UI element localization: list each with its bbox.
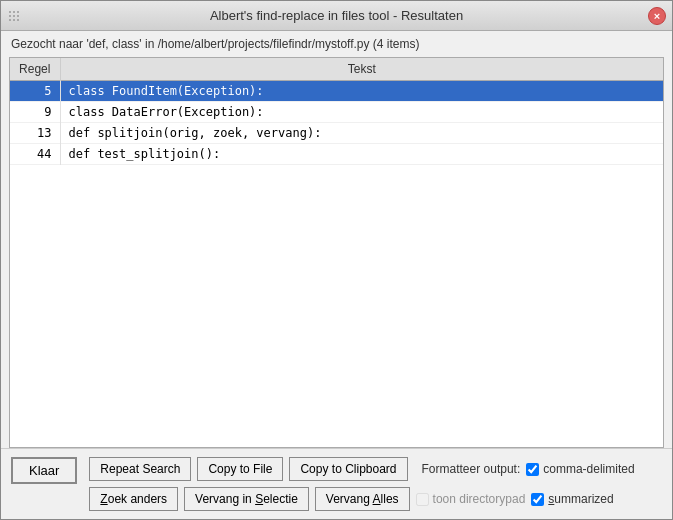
cell-regel: 9: [10, 102, 60, 123]
table-row[interactable]: 5class FoundItem(Exception):: [10, 81, 663, 102]
header-tekst: Tekst: [60, 58, 663, 81]
cell-regel: 13: [10, 123, 60, 144]
vervang-alles-button[interactable]: Vervang Alles: [315, 487, 410, 511]
cell-tekst: def test_splitjoin():: [60, 144, 663, 165]
vervang-alles-text: Vervang: [326, 492, 373, 506]
copy-to-clipboard-button[interactable]: Copy to Clipboard: [289, 457, 407, 481]
comma-delimited-checkbox[interactable]: [526, 463, 539, 476]
summarized-text: ummarized: [554, 492, 613, 506]
klaar-button[interactable]: Klaar: [11, 457, 77, 484]
search-info: Gezocht naar 'def, class' in /home/alber…: [1, 31, 672, 57]
footer: Klaar Repeat Search Copy to File Copy to…: [1, 448, 672, 519]
copy-to-file-button[interactable]: Copy to File: [197, 457, 283, 481]
cell-regel: 5: [10, 81, 60, 102]
cell-tekst: class FoundItem(Exception):: [60, 81, 663, 102]
window-title: Albert's find-replace in files tool - Re…: [210, 8, 463, 23]
comma-delimited-label: comma-delimited: [543, 462, 634, 476]
results-table: Regel Tekst 5class FoundItem(Exception):…: [10, 58, 663, 165]
summarized-checkbox[interactable]: [531, 493, 544, 506]
repeat-search-button[interactable]: Repeat Search: [89, 457, 191, 481]
toon-directorypad-checkbox[interactable]: [416, 493, 429, 506]
cell-regel: 44: [10, 144, 60, 165]
zoek-anders-button[interactable]: Zoek anders: [89, 487, 178, 511]
vervang-selectie-button[interactable]: Vervang in Selectie: [184, 487, 309, 511]
summarized-label: summarized: [548, 492, 613, 506]
checkbox-summarized: summarized: [531, 492, 613, 506]
checkbox-comma-delimited: comma-delimited: [526, 462, 634, 476]
table-row[interactable]: 9class DataError(Exception):: [10, 102, 663, 123]
vervang-selectie-text: Vervang in: [195, 492, 255, 506]
vervang-alles-text2: lles: [381, 492, 399, 506]
vervang-selectie-u: S: [255, 492, 263, 506]
table-row[interactable]: 13def splitjoin(orig, zoek, vervang):: [10, 123, 663, 144]
main-window: Albert's find-replace in files tool - Re…: [0, 0, 673, 520]
table-row[interactable]: 44def test_splitjoin():: [10, 144, 663, 165]
zoek-anders-u: Z: [100, 492, 107, 506]
zoek-anders-text: oek anders: [108, 492, 167, 506]
results-table-wrapper: Regel Tekst 5class FoundItem(Exception):…: [9, 57, 664, 448]
toon-directorypad-label: toon directorypad: [433, 492, 526, 506]
titlebar: Albert's find-replace in files tool - Re…: [1, 1, 672, 31]
checkbox-toon-directorypad: toon directorypad: [416, 492, 526, 506]
table-header-row: Regel Tekst: [10, 58, 663, 81]
vervang-alles-u: A: [373, 492, 381, 506]
cell-tekst: def splitjoin(orig, zoek, vervang):: [60, 123, 663, 144]
cell-tekst: class DataError(Exception):: [60, 102, 663, 123]
vervang-selectie-text2: electie: [263, 492, 298, 506]
close-button[interactable]: ×: [648, 7, 666, 25]
drag-handle: [9, 11, 19, 21]
table-body: 5class FoundItem(Exception):9class DataE…: [10, 81, 663, 165]
header-regel: Regel: [10, 58, 60, 81]
formatteer-label: Formatteer output:: [422, 462, 521, 476]
